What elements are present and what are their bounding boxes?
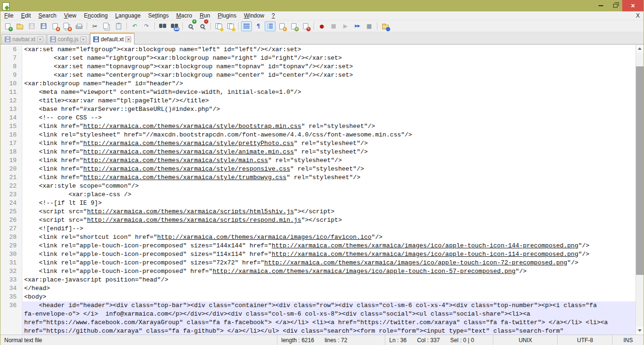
doc-switcher-button[interactable] [380,21,391,31]
code-text: <title><xar:var name="tpl:pageTitle"/></… [22,97,635,105]
code-line-31: 31 <link rel="apple-touch-icon-precompos… [0,259,635,267]
tab-config-js[interactable]: config.js× [47,34,89,44]
tab-navbar-xt[interactable]: navbar.xt× [1,34,46,44]
show-all-characters-button[interactable]: ¶ [253,21,264,31]
menu-file[interactable]: File [0,11,17,20]
menu-search[interactable]: Search [35,11,60,20]
code-text: <base href="#xarServer::getBaseURL()#ind… [22,105,635,114]
save-all-button[interactable] [38,21,49,31]
close-all-button[interactable]: x [62,21,72,31]
tab-label: default.xt [101,36,124,43]
menu-encoding[interactable]: Encoding [80,11,111,20]
status-eol-format[interactable]: UNIX [493,335,557,345]
code-line-7: 7 <xar:set name="rightgroup"><xar:blockg… [0,54,635,63]
url-link[interactable]: http://xarmaica.com/themes/xarmaica/styl… [83,165,290,172]
menu-window[interactable]: Window [240,11,268,20]
sync-vertical-scrolling-badge [220,28,224,31]
tab-close-icon[interactable]: × [37,36,43,42]
scroll-thumb[interactable] [636,66,644,275]
saved-file-icon [93,36,99,42]
macro-play-icon: ▶ [343,23,348,29]
monitoring-button[interactable]: ✎ [300,21,311,31]
line-number: 22 [0,182,22,191]
close-badge: x [56,27,60,31]
title-bar: × [0,0,644,11]
new-file-button[interactable]: + [2,21,13,31]
restore-button[interactable] [608,0,622,11]
zoom-in-badge: + [192,19,197,24]
line-number: 35 [0,293,22,301]
macro-save-button[interactable]: ▦ [364,21,375,31]
menu-language[interactable]: Language [111,11,144,20]
menu-run[interactable]: Run [196,11,214,20]
line-number: 25 [0,208,22,216]
line-number: 13 [0,105,22,114]
word-wrap-button[interactable] [241,21,252,31]
open-folder-button[interactable] [14,21,25,31]
url-link[interactable]: http://xarmaica.com/themes/xarmaica/imag… [272,251,579,258]
code-text: <link rel="apple-touch-icon-precomposed"… [22,259,635,267]
monitoring-badge: ✎ [306,27,311,31]
url-link[interactable]: http://xarmaica.com/themes/xarmaica/scri… [87,208,294,215]
url-link[interactable]: http://xarmaica.com/themes/xarmaica/styl… [83,123,301,130]
tab-default-xt[interactable]: default.xt× [90,33,135,45]
save-button[interactable] [26,21,37,31]
sync-horizontal-scrolling-button[interactable] [225,21,236,31]
print-button[interactable] [73,21,84,31]
url-link[interactable]: http://xarmaica.com/themes/xarmaica/styl… [83,140,294,147]
url-link[interactable]: http://xarmaica.com/themes/xarmaica/imag… [264,259,567,266]
menu-bar: FileEditSearchViewEncodingLanguageSettin… [0,11,644,20]
menu-plugins[interactable]: Plugins [214,11,240,20]
url-link[interactable]: http://xarmaica.com/themes/xarmaica/scri… [87,217,301,224]
saved-file-icon [5,36,10,42]
status-typing-mode[interactable]: INS [612,335,644,345]
url-link[interactable]: http://xarmaica.com/themes/xarmaica/styl… [83,174,286,181]
tab-close-icon[interactable]: × [125,36,131,42]
menu-settings[interactable]: Settings [144,11,172,20]
url-link[interactable]: http://xarmaica.com/themes/xarmaica/imag… [157,234,371,241]
macro-play-button[interactable]: ▶ [340,21,351,31]
paste-button[interactable] [113,21,124,31]
code-line-22: 22 <xar:style scope="common"/> [0,182,635,191]
cut-button[interactable]: ✂ [89,21,100,31]
tab-close-icon[interactable]: × [80,36,86,42]
status-encoding[interactable]: UTF-8 [557,335,612,345]
redo-button[interactable]: ↷ [141,21,152,31]
cut-icon: ✂ [92,23,98,29]
sync-vertical-scrolling-button[interactable] [213,21,224,31]
menu-view[interactable]: View [60,11,80,20]
menu-macro[interactable]: Macro [172,11,196,20]
url-link[interactable]: http://xarmaica.com/themes/xarmaica/styl… [83,157,268,164]
url-link[interactable]: http://xarmaica.com/themes/xarmaica/styl… [83,148,294,155]
menu-help[interactable]: ? [268,11,279,20]
url-link[interactable]: http://xarmaica.com/themes/xarmaica/imag… [272,242,579,249]
function-list-button[interactable]: ≡ [288,21,299,31]
code-area[interactable]: 6<xar:set name="leftgroup"><xar:blockgro… [0,45,635,335]
zoom-in-button[interactable]: + [185,21,196,31]
code-line-35: 35<body> [0,293,635,301]
zoom-out-button[interactable]: - [197,21,208,31]
doc-map-button[interactable]: ▸ [277,21,287,31]
close-button[interactable]: × [622,0,644,11]
vertical-scrollbar[interactable] [635,45,644,335]
url-link[interactable]: http://xarmaica.com/themes/xarmaica/imag… [213,268,516,275]
close-button[interactable]: x [50,21,61,31]
line-number: 21 [0,173,22,182]
replace-button[interactable]: ab [169,21,180,31]
macro-run-multiple-button[interactable]: ▶▶ [352,21,363,31]
find-button[interactable] [157,21,168,31]
macro-record-button[interactable]: ● [316,21,327,31]
scroll-up-arrow[interactable] [636,45,644,53]
toolbar-separator [126,22,127,30]
menu-close-x[interactable]: X [636,11,640,20]
show-all-characters-icon: ¶ [257,23,260,29]
copy-button[interactable] [101,21,112,31]
undo-button[interactable]: ↶ [129,21,140,31]
minimize-button[interactable] [594,0,608,11]
line-number: 33 [0,276,22,284]
macro-stop-button[interactable]: ■ [328,21,339,31]
indent-guide-button[interactable] [265,21,276,31]
scroll-down-arrow[interactable] [636,327,644,335]
editor[interactable]: 6<xar:set name="leftgroup"><xar:blockgro… [0,45,644,335]
menu-edit[interactable]: Edit [17,11,35,20]
